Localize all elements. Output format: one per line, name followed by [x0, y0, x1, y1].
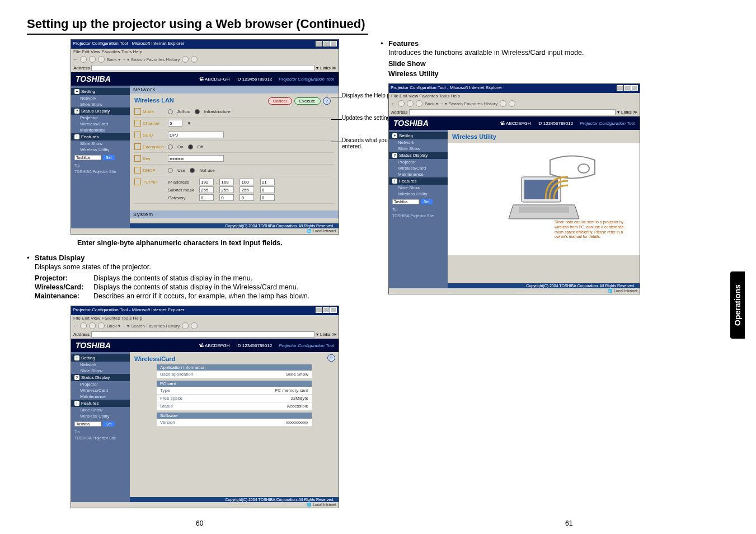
screenshot-wireless-lan: Projector Configuration Tool - Microsoft…	[71, 39, 339, 235]
page-number-left: 60	[196, 519, 203, 527]
side-tab-operations: Operations	[730, 271, 745, 339]
brand-logo: TOSHIBA	[76, 74, 111, 83]
ie-menu: File Edit View Favorites Tools Help	[71, 49, 339, 55]
page-title: Setting up the projector using a Web bro…	[27, 17, 368, 35]
config-sidebar: +Setting Network Slide Show ?Status Disp…	[71, 86, 130, 228]
features-sub-slideshow: Slide Show	[388, 60, 644, 68]
sidebar-search-button[interactable]: Set	[103, 155, 115, 160]
address-bar[interactable]	[91, 65, 314, 71]
svg-rect-3	[519, 207, 569, 213]
wireless-icon	[543, 174, 571, 202]
help-button[interactable]: ?	[323, 97, 331, 105]
input-note: Enter single-byte alphanumeric character…	[77, 239, 368, 247]
screenshot-wireless-card: Projector Configuration Tool - Microsoft…	[71, 306, 339, 508]
execute-button[interactable]: Execute	[294, 97, 321, 105]
features-desc: Introduces the functions available in Wi…	[381, 49, 644, 57]
ie-toolbar: ← Back ▾ → ▾ Search Favorites History	[71, 55, 339, 64]
utility-note: Since data can be sent to a projector by…	[555, 220, 633, 240]
features-heading: Features	[388, 39, 419, 48]
sidebar-search-input[interactable]	[74, 155, 101, 160]
svg-point-0	[578, 164, 589, 173]
features-sub-wireless-utility: Wireless Utility	[388, 70, 644, 78]
status-display-desc: Displays some states of the projector.	[27, 263, 368, 271]
ie-title: Projector Configuration Tool - Microsoft…	[73, 41, 185, 48]
cancel-button[interactable]: Cancel	[268, 97, 292, 105]
page-number-right: 61	[565, 519, 572, 527]
status-display-heading: Status Display	[35, 254, 85, 262]
screenshot-wireless-utility: Projector Configuration Tool - Microsoft…	[388, 83, 640, 294]
